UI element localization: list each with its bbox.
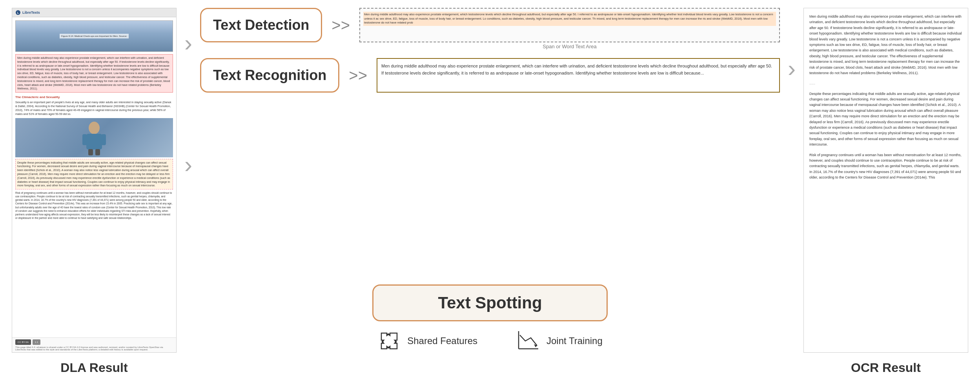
left-panel-header: L LibreTexts — [12, 8, 176, 17]
left-panel: L LibreTexts Figure 8.14: Medical Check-… — [12, 8, 177, 353]
right-panel: Men during middle adulthood may also exp… — [803, 8, 968, 353]
middle-spacer — [177, 361, 803, 375]
text-detection-title: Text Detection — [213, 17, 309, 33]
joint-training-label: Joint Training — [546, 335, 603, 346]
ocr-separator: ...... — [809, 80, 962, 86]
dla-result-label: DLA Result — [12, 361, 177, 375]
recognition-row: Text Recognition >> Men during middle ad… — [200, 58, 780, 93]
ocr-paragraph-3: Risk of pregnancy continues until a woma… — [809, 152, 962, 180]
middle-top: Text Detection >> Men during middle adul… — [200, 8, 780, 261]
left-panel-footer: CC BY-SA 1.1 This page titled 4.4: whate… — [12, 337, 176, 352]
section-heading: The Climacteric and Sexuality — [15, 95, 173, 99]
libretexts-logo: L LibreTexts — [15, 10, 40, 15]
footer-icons: CC BY-SA 1.1 — [15, 339, 173, 345]
version-badge: 1.1 — [33, 339, 40, 345]
text-spotting-title: Text Spotting — [397, 293, 583, 312]
text-recognition-title: Text Recognition — [213, 67, 326, 84]
detection-arrow: >> — [332, 16, 350, 34]
left-panel-content: Figure 8.14: Medical Check-ups are Impor… — [12, 17, 176, 337]
risk-paragraph: Risk of pregnancy continues until a woma… — [15, 191, 173, 220]
right-connector: › — [788, 8, 796, 353]
svg-rect-4 — [82, 134, 87, 145]
svg-rect-3 — [86, 134, 102, 149]
cc-icon: CC BY-SA — [15, 339, 31, 345]
svg-point-2 — [89, 122, 100, 134]
puzzle-icon — [377, 329, 401, 353]
span-text-area: Men during middle adulthood may also exp… — [359, 8, 780, 42]
left-bracket-connector: › › — [184, 8, 192, 353]
left-arrow-top: › — [184, 31, 192, 55]
text-spotting-section: Text Spotting Shared Features — [200, 281, 780, 353]
sexuality-paragraph: Despite these percentages indicating tha… — [15, 159, 173, 190]
left-arrow-bottom: › — [184, 153, 192, 177]
text-spotting-box: Text Spotting — [372, 284, 608, 321]
bottom-labels: DLA Result OCR Result — [0, 357, 980, 379]
highlighted-paragraph: Men during middle adulthood may also exp… — [15, 54, 173, 93]
shared-features-label: Shared Features — [407, 335, 477, 346]
joint-training-item: Joint Training — [517, 329, 603, 353]
ocr-paragraph-2: Despite these percentages indicating tha… — [809, 91, 962, 148]
right-arrow: › — [788, 55, 796, 82]
ocr-paragraph-1: Men during middle adulthood may also exp… — [809, 14, 962, 76]
footer-text: This page titled 4.4: whatever is shared… — [15, 346, 173, 351]
svg-text:L: L — [17, 11, 19, 14]
svg-rect-5 — [101, 134, 106, 145]
svg-rect-7 — [95, 149, 100, 155]
medical-image: Figure 8.14: Medical Check-ups are Impor… — [15, 20, 173, 52]
svg-rect-6 — [88, 149, 93, 155]
detected-text: Men during middle adulthood may also exp… — [363, 12, 776, 26]
bottom-features: Shared Features Joint Training — [377, 329, 603, 353]
recognized-text-area: Men during middle adulthood may also exp… — [377, 58, 780, 93]
right-panel-content: Men during middle adulthood may also exp… — [804, 8, 968, 352]
middle-panel: Text Detection >> Men during middle adul… — [200, 8, 780, 353]
medical-image-caption: Figure 8.14: Medical Check-ups are Impor… — [60, 34, 129, 38]
section-paragraph: Sexuality is an important part of people… — [15, 100, 173, 116]
panel-image-person — [15, 118, 173, 157]
detection-row: Text Detection >> Men during middle adul… — [200, 8, 780, 42]
span-label: Span or Word Text Area — [543, 43, 597, 50]
text-recognition-box: Text Recognition — [200, 58, 339, 93]
text-detection-box: Text Detection — [200, 8, 322, 42]
recognition-arrow: >> — [349, 67, 367, 84]
shared-features-item: Shared Features — [377, 329, 477, 353]
ocr-result-label: OCR Result — [803, 361, 968, 375]
chart-icon — [517, 329, 540, 353]
